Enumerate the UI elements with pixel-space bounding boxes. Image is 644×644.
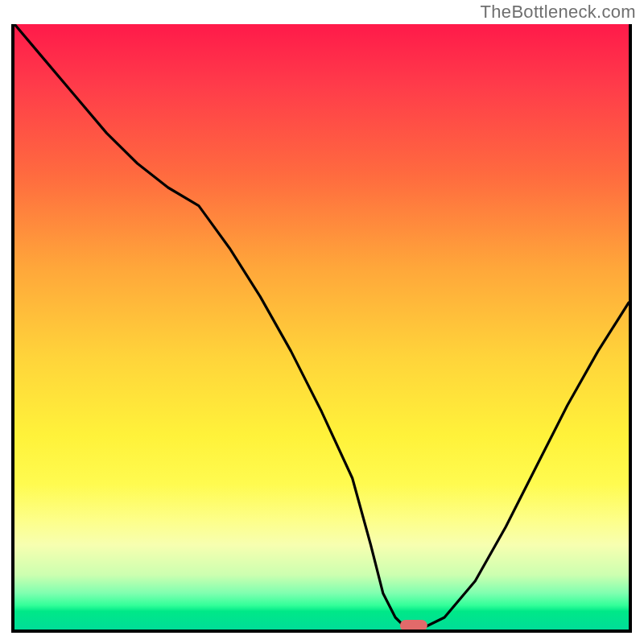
optimal-marker — [400, 620, 427, 630]
bottleneck-curve-svg — [14, 24, 629, 630]
attribution-text: TheBottleneck.com — [481, 2, 636, 23]
chart-container: TheBottleneck.com — [0, 0, 644, 644]
bottleneck-curve-path — [14, 24, 629, 630]
plot-area — [11, 24, 632, 633]
